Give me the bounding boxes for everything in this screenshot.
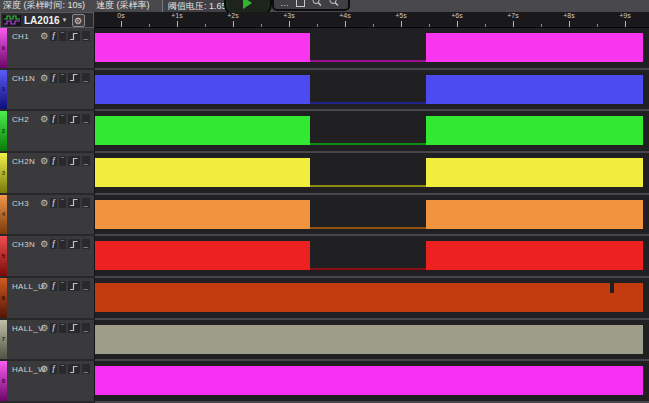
channel-controls: ⚙ f ‾ _ <box>40 281 90 291</box>
ruler-major-tick <box>569 21 570 27</box>
trigger-low-level-icon[interactable]: _ <box>82 73 90 83</box>
channel-settings-icon[interactable]: ⚙ <box>40 198 48 208</box>
fit-page-icon[interactable] <box>296 0 305 9</box>
trigger-edge-icon[interactable] <box>68 73 80 83</box>
channel-settings-icon[interactable]: ⚙ <box>40 281 48 291</box>
waveform-track[interactable] <box>95 236 649 278</box>
trigger-high-level-icon[interactable]: ‾ <box>59 281 66 291</box>
channel-settings-icon[interactable]: ⚙ <box>40 156 48 166</box>
channel-settings-icon[interactable]: ⚙ <box>40 114 48 124</box>
ruler-major-tick <box>457 21 458 27</box>
waveform-high-segment <box>426 75 643 104</box>
waveform-low-segment <box>310 60 426 62</box>
trigger-high-level-icon[interactable]: ‾ <box>59 156 66 166</box>
channel-name-label: HALL_V <box>12 324 44 333</box>
waveform-track[interactable] <box>95 70 649 112</box>
waveform-high-segment <box>426 241 643 270</box>
channel-trigger-f-icon[interactable]: f <box>50 31 57 41</box>
waveform-track[interactable] <box>95 278 649 320</box>
zoom-out-icon[interactable] <box>329 0 339 9</box>
trigger-low-level-icon[interactable]: _ <box>82 364 90 374</box>
trigger-high-level-icon[interactable]: ‾ <box>59 239 66 249</box>
ruler-major-tick <box>345 21 346 27</box>
depth-sample-time-label: 深度 (采样时间: 10s) <box>3 0 85 11</box>
zoom-in-icon[interactable] <box>312 0 322 9</box>
trigger-low-level-icon[interactable]: _ <box>82 31 90 41</box>
waveform-track[interactable] <box>95 361 649 403</box>
more-options-icon[interactable]: … <box>280 0 289 9</box>
ruler-major-tick <box>177 21 178 27</box>
trigger-edge-icon[interactable] <box>68 239 80 249</box>
device-settings-button[interactable]: ⚙ <box>72 14 85 27</box>
trigger-low-level-icon[interactable]: _ <box>82 323 90 333</box>
channel-header: 6 HALL_U ⚙ f ‾ _ <box>0 278 95 320</box>
trigger-high-level-icon[interactable]: ‾ <box>59 73 66 83</box>
trigger-low-level-icon[interactable]: _ <box>82 198 90 208</box>
waveform-high-segment <box>426 116 643 145</box>
app-logo-icon <box>3 15 21 26</box>
channel-trigger-f-icon[interactable]: f <box>50 281 57 291</box>
trigger-edge-icon[interactable] <box>68 198 80 208</box>
time-ruler[interactable]: 0s+1s+2s+3s+4s+5s+6s+7s+8s+9s <box>95 12 649 28</box>
channel-settings-icon[interactable]: ⚙ <box>40 31 48 41</box>
waveform-track[interactable] <box>95 111 649 153</box>
trigger-low-level-icon[interactable]: _ <box>82 114 90 124</box>
trigger-high-level-icon[interactable]: ‾ <box>59 323 66 333</box>
ruler-minor-tick <box>261 24 262 27</box>
channel-rows: 0 CH1 ⚙ f ‾ _ 1 CH1N ⚙ f ‾ <box>0 28 649 403</box>
channel-trigger-f-icon[interactable]: f <box>50 239 57 249</box>
channel-settings-icon[interactable]: ⚙ <box>40 364 48 374</box>
trigger-edge-icon[interactable] <box>68 31 80 41</box>
trigger-edge-icon[interactable] <box>68 364 80 374</box>
ruler-major-tick <box>625 21 626 27</box>
trigger-high-level-icon[interactable]: ‾ <box>59 198 66 208</box>
channel-header: 0 CH1 ⚙ f ‾ _ <box>0 28 95 70</box>
ruler-major-tick <box>401 21 402 27</box>
trigger-high-level-icon[interactable]: ‾ <box>59 364 66 374</box>
ruler-minor-tick <box>541 24 542 27</box>
trigger-high-level-icon[interactable]: ‾ <box>59 114 66 124</box>
ruler-minor-tick <box>317 24 318 27</box>
waveform-high-segment <box>95 325 643 354</box>
channel-settings-icon[interactable]: ⚙ <box>40 239 48 249</box>
channel-trigger-f-icon[interactable]: f <box>50 198 57 208</box>
waveform-track[interactable] <box>95 28 649 70</box>
trigger-edge-icon[interactable] <box>68 281 80 291</box>
channel-settings-icon[interactable]: ⚙ <box>40 73 48 83</box>
trigger-low-level-icon[interactable]: _ <box>82 156 90 166</box>
channel-trigger-f-icon[interactable]: f <box>50 156 57 166</box>
waveform-track[interactable] <box>95 320 649 362</box>
ruler-tick-label: +7s <box>498 12 528 19</box>
waveform-track[interactable] <box>95 195 649 237</box>
trigger-edge-icon[interactable] <box>68 323 80 333</box>
waveform-high-segment <box>95 116 310 145</box>
device-selector[interactable]: LA2016 ▼ ⚙ <box>0 12 94 28</box>
channel-trigger-f-icon[interactable]: f <box>50 364 57 374</box>
channel-header: 7 HALL_V ⚙ f ‾ _ <box>0 320 95 362</box>
channel-header: 4 CH3 ⚙ f ‾ _ <box>0 195 95 237</box>
channel-trigger-f-icon[interactable]: f <box>50 323 57 333</box>
channel-trigger-f-icon[interactable]: f <box>50 73 57 83</box>
trigger-high-level-icon[interactable]: ‾ <box>59 31 66 41</box>
channel-controls: ⚙ f ‾ _ <box>40 114 90 124</box>
channel-number: 1 <box>0 86 7 92</box>
channel-name-label: CH2N <box>12 157 35 166</box>
trigger-edge-icon[interactable] <box>68 156 80 166</box>
channel-header: 1 CH1N ⚙ f ‾ _ <box>0 70 95 112</box>
channel-number: 6 <box>0 295 7 301</box>
trigger-low-level-icon[interactable]: _ <box>82 239 90 249</box>
ruler-minor-tick <box>149 24 150 27</box>
waveform-low-segment <box>310 227 426 229</box>
channel-number: 8 <box>0 378 7 384</box>
waveform-high-segment <box>426 200 643 229</box>
waveform-track[interactable] <box>95 153 649 195</box>
trigger-low-level-icon[interactable]: _ <box>82 281 90 291</box>
channel-row-ch1: 0 CH1 ⚙ f ‾ _ <box>0 28 649 70</box>
channel-name-label: CH3 <box>12 199 29 208</box>
channel-trigger-f-icon[interactable]: f <box>50 114 57 124</box>
channel-row-ch3n: 5 CH3N ⚙ f ‾ _ <box>0 236 649 278</box>
channel-number: 2 <box>0 128 7 134</box>
channel-settings-icon[interactable]: ⚙ <box>40 323 48 333</box>
trigger-edge-icon[interactable] <box>68 114 80 124</box>
ruler-tick-label: +8s <box>554 12 584 19</box>
